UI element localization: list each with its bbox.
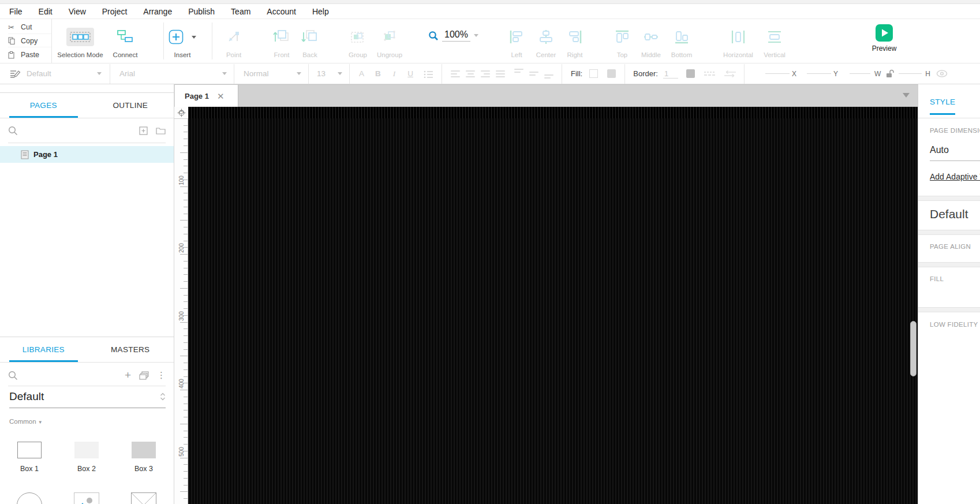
main-toolbar: ✂ Cut Copy Paste	[0, 19, 980, 64]
text-valign-top-button[interactable]	[514, 69, 523, 73]
page-doc-icon	[21, 150, 29, 159]
arrow-style-select[interactable]	[724, 70, 736, 77]
widget-image[interactable]	[62, 492, 111, 504]
align-bottom-button[interactable]: Bottom	[657, 24, 706, 58]
menu-view[interactable]: View	[69, 7, 86, 16]
search-icon[interactable]	[8, 126, 18, 136]
text-valign-middle-button[interactable]	[529, 72, 538, 76]
insert-button[interactable]: Insert	[158, 24, 207, 58]
bold-button[interactable]: B	[375, 69, 381, 78]
bullet-list-button[interactable]	[424, 70, 433, 78]
tab-style[interactable]: STYLE	[930, 98, 955, 115]
section-divider	[918, 307, 980, 312]
paste-button[interactable]: Paste	[8, 48, 51, 61]
visibility-eye-icon[interactable]	[936, 70, 948, 77]
text-align-justify-button[interactable]	[496, 70, 505, 77]
add-adaptive-views-link[interactable]: Add Adaptive Views	[930, 172, 980, 181]
menu-edit[interactable]: Edit	[39, 7, 53, 16]
widget-box2[interactable]: Box 2	[62, 442, 111, 473]
cut-label: Cut	[21, 23, 32, 31]
widget-ellipse[interactable]	[5, 492, 54, 504]
tab-outline[interactable]: OUTLINE	[87, 93, 174, 118]
lock-ratio-icon[interactable]	[885, 69, 894, 78]
ungroup-label: Ungroup	[377, 51, 402, 58]
copy-button[interactable]: Copy	[8, 35, 51, 47]
border-color-swatch[interactable]	[686, 69, 695, 78]
distribute-vertical-icon	[767, 29, 782, 44]
font-family-select[interactable]: Arial	[110, 69, 234, 78]
library-select[interactable]: Default	[9, 390, 166, 408]
back-icon	[301, 29, 319, 45]
widget-section-header[interactable]: Common ▼	[9, 418, 43, 425]
fill-opacity-swatch[interactable]	[607, 69, 616, 78]
fill-color-swatch[interactable]	[589, 69, 598, 78]
italic-button[interactable]: I	[393, 69, 396, 79]
h-input[interactable]	[899, 73, 922, 74]
design-canvas[interactable]	[188, 107, 918, 504]
canvas-vertical-scrollbar[interactable]	[910, 321, 917, 376]
page-dimensions-select[interactable]: Auto	[930, 145, 980, 161]
close-tab-icon[interactable]: ✕	[217, 91, 225, 102]
point-button[interactable]: Point	[209, 24, 259, 58]
x-input[interactable]	[765, 73, 790, 74]
widget-placeholder[interactable]	[119, 492, 168, 504]
menu-file[interactable]: File	[9, 7, 23, 16]
menu-account[interactable]: Account	[267, 7, 296, 16]
underline-button[interactable]: U	[407, 69, 413, 78]
canvas-tab-page1[interactable]: Page 1 ✕	[175, 85, 238, 107]
font-color-button[interactable]: A	[359, 69, 364, 78]
widget-box1[interactable]: Box 1	[5, 442, 54, 473]
connect-button[interactable]: Connect	[100, 24, 150, 58]
text-align-left-button[interactable]	[451, 70, 460, 77]
tab-overflow-caret-icon[interactable]	[903, 93, 910, 98]
style-editor-icon[interactable]	[9, 69, 21, 79]
libraries-search-row: + ⋮	[0, 364, 174, 387]
menu-help[interactable]: Help	[312, 7, 329, 16]
text-align-center-button[interactable]	[466, 70, 475, 77]
inspector-tab-bar: STYLE	[918, 92, 980, 118]
text-valign-bottom-button[interactable]	[544, 74, 553, 79]
add-folder-icon[interactable]	[156, 126, 166, 135]
axure-app-window: File Edit View Project Arrange Publish T…	[0, 0, 980, 504]
menu-arrange[interactable]: Arrange	[143, 7, 172, 16]
kebab-menu-icon[interactable]: ⋮	[157, 372, 166, 378]
insert-caret-icon	[192, 36, 196, 39]
add-page-icon[interactable]	[139, 126, 148, 135]
format-separator	[744, 64, 745, 84]
library-copies-icon[interactable]	[139, 371, 149, 380]
tab-pages[interactable]: PAGES	[0, 93, 87, 118]
send-to-back-button[interactable]: Back	[285, 24, 335, 58]
border-style-select[interactable]	[704, 71, 716, 77]
menu-project[interactable]: Project	[102, 7, 128, 16]
format-separator	[349, 64, 350, 84]
page-style-set-value[interactable]: Default	[930, 207, 968, 221]
font-style-select[interactable]: Normal	[234, 69, 308, 78]
page-tree-item[interactable]: Page 1	[0, 146, 174, 163]
add-library-icon[interactable]: +	[125, 372, 131, 378]
align-right-button[interactable]: Right	[550, 24, 600, 58]
search-icon[interactable]	[8, 371, 18, 380]
cut-button[interactable]: ✂ Cut	[8, 21, 51, 34]
menu-team[interactable]: Team	[231, 7, 250, 16]
ungroup-button[interactable]: Ungroup	[365, 24, 414, 58]
font-size-select[interactable]: 13	[309, 69, 349, 78]
y-input[interactable]	[807, 73, 831, 74]
copy-icon	[8, 37, 16, 44]
widget-section-label: Common	[9, 418, 36, 425]
style-preset-select[interactable]: Default	[27, 69, 102, 78]
zoom-value[interactable]: 100%	[442, 29, 470, 42]
w-input[interactable]	[850, 73, 870, 74]
border-width-input[interactable]: 1	[663, 69, 678, 79]
widget-box3[interactable]: Box 3	[119, 442, 168, 473]
zoom-caret-icon	[474, 34, 478, 37]
menu-publish[interactable]: Publish	[188, 7, 215, 16]
preview-button[interactable]: Preview	[862, 24, 906, 53]
widget-box2-label: Box 2	[77, 465, 96, 473]
zoom-control[interactable]: 100%	[428, 29, 478, 42]
align-left-label: Left	[511, 51, 522, 58]
tab-libraries[interactable]: LIBRARIES	[0, 337, 87, 362]
text-align-right-button[interactable]	[481, 70, 490, 77]
tab-masters[interactable]: MASTERS	[87, 337, 174, 362]
selection-mode-button[interactable]: Selection Mode	[55, 24, 105, 58]
distribute-vertical-button[interactable]: Vertical	[750, 24, 799, 58]
